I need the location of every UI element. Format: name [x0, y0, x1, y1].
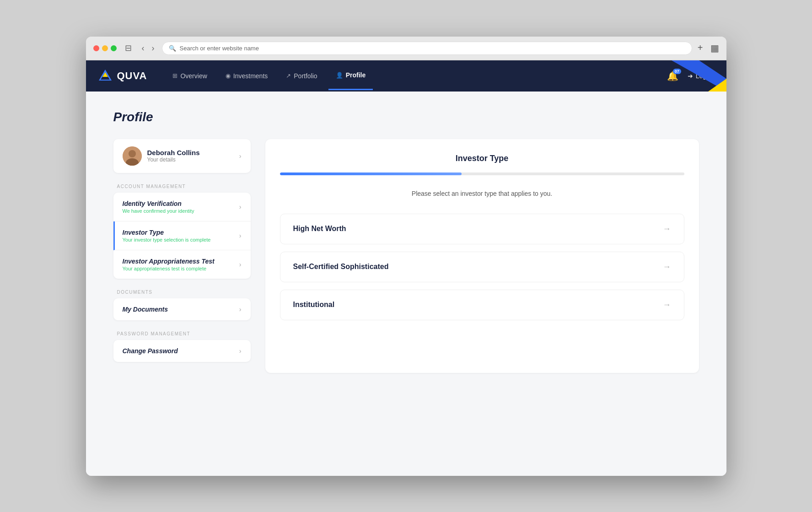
arrow-right-icon: → [663, 300, 671, 310]
high-net-worth-label: High Net Worth [293, 225, 346, 233]
close-button[interactable] [93, 45, 99, 51]
identity-title: Identity Verification [123, 200, 239, 207]
sidebar-item-documents[interactable]: My Documents › [113, 298, 251, 320]
arrow-right-icon: → [663, 224, 671, 234]
nav-investments-label: Investments [233, 72, 268, 80]
nav-item-overview[interactable]: ⊞ Overview [165, 62, 214, 90]
nav-item-profile[interactable]: 👤 Profile [328, 61, 373, 90]
forward-button[interactable]: › [150, 43, 156, 54]
user-card-left: Deborah Collins Your details [123, 146, 200, 166]
browser-toolbar: ⊟ ‹ › 🔍 Search or enter website name + ▦ [86, 37, 726, 60]
documents-title: My Documents [123, 306, 239, 313]
investor-option-high-net-worth[interactable]: High Net Worth → [280, 214, 684, 244]
content-layout: Deborah Collins Your details › ACCOUNT M… [113, 139, 699, 373]
main-nav: QUVA ⊞ Overview ◉ Investments ↗ Portfoli… [86, 60, 726, 92]
app-container: QUVA ⊞ Overview ◉ Investments ↗ Portfoli… [86, 60, 726, 476]
logo-text: QUVA [117, 70, 147, 82]
nav-portfolio-label: Portfolio [294, 72, 317, 80]
investor-type-title: Investor Type [123, 229, 239, 236]
appropriateness-title: Investor Appropriateness Test [123, 258, 239, 265]
sidebar-item-appropriateness[interactable]: Investor Appropriateness Test Your appro… [113, 250, 251, 279]
profile-icon: 👤 [336, 72, 343, 79]
page-title: Profile [113, 110, 699, 124]
add-tab-icon[interactable]: + [698, 43, 703, 54]
password-content: Change Password [123, 347, 239, 355]
institutional-label: Institutional [293, 301, 335, 309]
overview-icon: ⊞ [172, 72, 177, 79]
user-name: Deborah Collins [147, 149, 200, 156]
user-card[interactable]: Deborah Collins Your details › [113, 139, 251, 173]
url-bar[interactable]: 🔍 Search or enter website name [162, 42, 692, 55]
chevron-right-icon: › [239, 152, 242, 160]
chevron-right-icon: › [239, 347, 242, 355]
identity-subtitle: We have confirmed your identity [123, 208, 239, 214]
user-subtitle: Your details [147, 156, 200, 163]
investor-type-subtitle: Your investor type selection is complete [123, 237, 239, 243]
sidebar-item-investor-type[interactable]: Investor Type Your investor type selecti… [113, 221, 251, 250]
search-icon: 🔍 [169, 45, 176, 52]
appropriateness-content: Investor Appropriateness Test Your appro… [123, 258, 239, 271]
svg-point-7 [129, 150, 136, 157]
nav-decoration [672, 60, 726, 92]
maximize-button[interactable] [111, 45, 117, 51]
browser-nav: ‹ › [140, 43, 156, 54]
account-management-card: Identity Verification We have confirmed … [113, 193, 251, 279]
sidebar-item-identity[interactable]: Identity Verification We have confirmed … [113, 193, 251, 221]
chevron-right-icon: › [239, 232, 242, 239]
password-title: Change Password [123, 347, 239, 355]
back-button[interactable]: ‹ [140, 43, 146, 54]
appropriateness-subtitle: Your appropriateness test is complete [123, 266, 239, 271]
investments-icon: ◉ [226, 72, 231, 79]
user-info: Deborah Collins Your details [147, 149, 200, 163]
sidebar-item-password[interactable]: Change Password › [113, 340, 251, 362]
minimize-button[interactable] [102, 45, 108, 51]
chevron-right-icon: › [239, 261, 242, 268]
window-controls [93, 45, 117, 51]
chevron-right-icon: › [239, 306, 242, 313]
avatar [123, 146, 142, 166]
portfolio-icon: ↗ [286, 72, 291, 79]
nav-item-investments[interactable]: ◉ Investments [218, 62, 275, 90]
progress-bar-container [280, 172, 684, 175]
account-management-label: ACCOUNT MANAGEMENT [113, 184, 251, 189]
browser-actions: + ▦ [698, 43, 719, 54]
left-sidebar: Deborah Collins Your details › ACCOUNT M… [113, 139, 251, 373]
browser-window: ⊟ ‹ › 🔍 Search or enter website name + ▦ [86, 37, 726, 476]
investor-options: High Net Worth → Self-Certified Sophisti… [280, 214, 684, 320]
investor-option-institutional[interactable]: Institutional → [280, 290, 684, 320]
arrow-right-icon: → [663, 262, 671, 272]
nav-profile-label: Profile [346, 71, 366, 79]
investor-type-panel: Investor Type Please select an investor … [265, 139, 699, 373]
main-content: Profile [86, 92, 726, 476]
investor-type-content: Investor Type Your investor type selecti… [123, 229, 239, 243]
url-text: Search or enter website name [180, 45, 259, 52]
nav-overview-label: Overview [180, 72, 207, 80]
sidebar-toggle-icon[interactable]: ⊟ [122, 42, 134, 54]
self-certified-label: Self-Certified Sophisticated [293, 263, 389, 271]
nav-item-portfolio[interactable]: ↗ Portfolio [279, 62, 324, 90]
chevron-right-icon: › [239, 203, 242, 210]
panel-subtitle: Please select an investor type that appl… [280, 190, 684, 197]
tabs-icon[interactable]: ▦ [710, 43, 719, 54]
nav-links: ⊞ Overview ◉ Investments ↗ Portfolio 👤 P… [165, 61, 667, 90]
documents-content: My Documents [123, 306, 239, 313]
logo-icon [97, 68, 113, 84]
investor-option-self-certified[interactable]: Self-Certified Sophisticated → [280, 252, 684, 282]
documents-card: My Documents › [113, 298, 251, 320]
password-management-label: PASSWORD MANAGEMENT [113, 331, 251, 336]
panel-title: Investor Type [280, 154, 684, 163]
logo[interactable]: QUVA [97, 68, 147, 84]
progress-bar-fill [280, 172, 462, 175]
documents-label: DOCUMENTS [113, 290, 251, 295]
identity-content: Identity Verification We have confirmed … [123, 200, 239, 214]
password-card: Change Password › [113, 340, 251, 362]
